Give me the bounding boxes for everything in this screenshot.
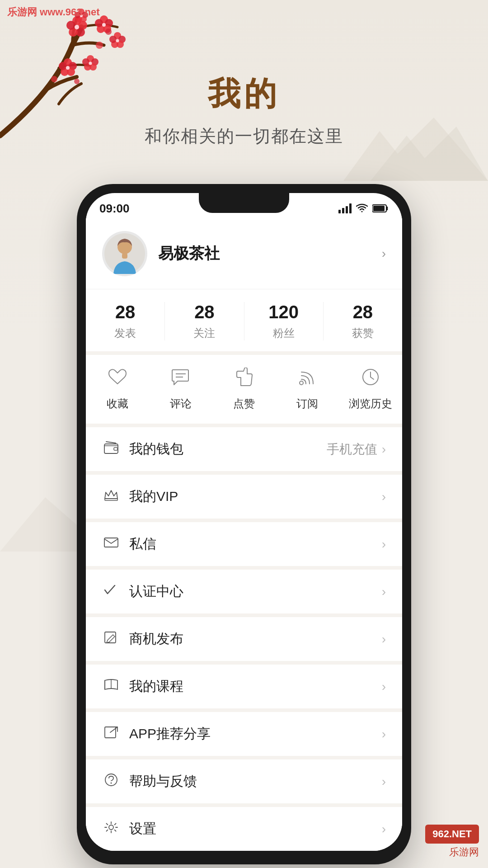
menu-wallet-left: 我的钱包 (102, 440, 183, 458)
wallet-right-text: 手机充值 (327, 441, 377, 458)
likes-label: 点赞 (233, 396, 255, 411)
cert-icon (102, 583, 120, 600)
menu-section-course: 我的课程 › (86, 665, 402, 708)
bottom-watermark: 962.NET 乐游网 (425, 825, 479, 859)
profile-chevron-icon: › (382, 246, 386, 261)
history-label: 浏览历史 (349, 396, 392, 411)
wallet-text: 我的钱包 (129, 440, 183, 458)
menu-course-left: 我的课程 (102, 677, 183, 696)
menu-item-message[interactable]: 私信 › (86, 522, 402, 566)
screen-content: 易极茶社 › 28 发表 28 关注 120 粉丝 28 (86, 218, 402, 851)
menu-item-help[interactable]: 帮助与反馈 › (86, 760, 402, 803)
avatar-image (104, 233, 145, 274)
message-icon (102, 536, 120, 552)
menu-message-left: 私信 (102, 535, 156, 553)
crown-svg (104, 489, 118, 501)
action-subscribe[interactable]: 订阅 (276, 368, 339, 411)
svg-rect-41 (373, 206, 385, 211)
phone-mockup: 09:00 (77, 184, 411, 864)
thumbsup-icon (235, 368, 253, 387)
help-chevron-icon: › (382, 774, 386, 789)
share-right: › (382, 727, 386, 741)
gear-svg (104, 821, 118, 834)
stat-label-follow: 关注 (193, 326, 215, 340)
menu-item-share[interactable]: APP推荐分享 › (86, 712, 402, 756)
stat-number-follow: 28 (194, 302, 215, 322)
business-right: › (382, 632, 386, 646)
svg-point-58 (105, 774, 117, 786)
stat-label-publish: 发表 (114, 326, 136, 340)
wallet-icon (102, 441, 120, 458)
svg-point-59 (111, 783, 112, 784)
help-icon (102, 773, 120, 790)
battery-icon (372, 204, 389, 213)
stat-number-publish: 28 (115, 302, 136, 322)
message-right: › (382, 537, 386, 552)
envelope-svg (104, 536, 118, 549)
settings-right: › (382, 822, 386, 836)
share-svg (104, 726, 118, 739)
svg-line-50 (371, 377, 374, 379)
bottom-site: 乐游网 (425, 845, 479, 859)
wallet-chevron-icon: › (382, 442, 386, 457)
svg-rect-53 (105, 499, 117, 500)
comments-label: 评论 (170, 396, 192, 411)
action-favorites[interactable]: 收藏 (86, 368, 149, 411)
check-svg (104, 584, 118, 596)
subscribe-label: 订阅 (296, 396, 318, 411)
menu-section-cert: 认证中心 › (86, 570, 402, 613)
menu-cert-left: 认证中心 (102, 582, 183, 601)
message-text: 私信 (129, 535, 156, 553)
menu-item-course[interactable]: 我的课程 › (86, 665, 402, 708)
stat-item-publish: 28 发表 (86, 302, 165, 340)
stat-label-likes: 获赞 (352, 326, 374, 340)
vip-text: 我的VIP (129, 487, 178, 506)
favorites-label: 收藏 (107, 396, 128, 411)
menu-item-vip[interactable]: 我的VIP › (86, 475, 402, 519)
menu-item-business[interactable]: 商机发布 › (86, 617, 402, 661)
quick-actions: 收藏 评论 (86, 355, 402, 427)
subscribe-icon (298, 368, 317, 391)
share-text: APP推荐分享 (129, 725, 211, 743)
clock-icon (361, 368, 380, 387)
stats-section: 28 发表 28 关注 120 粉丝 28 获赞 (86, 289, 402, 355)
question-svg (104, 774, 118, 786)
favorites-icon (108, 368, 127, 391)
profile-section[interactable]: 易极茶社 › (86, 218, 402, 289)
menu-item-cert[interactable]: 认证中心 › (86, 570, 402, 613)
action-likes[interactable]: 点赞 (212, 368, 276, 411)
comment-icon (171, 368, 190, 391)
page-title-sub: 和你相关的一切都在这里 (0, 125, 488, 148)
menu-settings-left: 设置 (102, 820, 156, 838)
business-text: 商机发布 (129, 630, 183, 648)
menu-item-settings[interactable]: 设置 › (86, 807, 402, 851)
menu-business-left: 商机发布 (102, 630, 183, 648)
vip-icon (102, 488, 120, 505)
menu-section-message: 私信 › (86, 522, 402, 566)
course-right: › (382, 679, 386, 694)
vip-right: › (382, 490, 386, 504)
stat-number-likes: 28 (353, 302, 373, 322)
wifi-icon (356, 203, 368, 213)
cert-text: 认证中心 (129, 582, 183, 601)
action-history[interactable]: 浏览历史 (339, 368, 402, 411)
svg-rect-54 (104, 538, 118, 547)
svg-point-47 (300, 381, 303, 385)
cert-chevron-icon: › (382, 585, 386, 599)
page-title-area: 我的 和你相关的一切都在这里 (0, 0, 488, 166)
help-right: › (382, 774, 386, 789)
book-svg (104, 679, 118, 691)
rss-icon (298, 368, 317, 387)
share-chevron-icon: › (382, 727, 386, 741)
menu-section-vip: 我的VIP › (86, 475, 402, 519)
course-chevron-icon: › (382, 679, 386, 694)
stat-label-fans: 粉丝 (273, 326, 295, 340)
edit-svg (104, 631, 118, 644)
username: 易极茶社 (158, 243, 220, 264)
svg-rect-51 (104, 444, 118, 453)
help-text: 帮助与反馈 (129, 772, 197, 791)
menu-item-wallet[interactable]: 我的钱包 手机充值 › (86, 427, 402, 471)
status-time: 09:00 (99, 202, 130, 216)
svg-rect-52 (114, 448, 117, 450)
action-comments[interactable]: 评论 (149, 368, 212, 411)
